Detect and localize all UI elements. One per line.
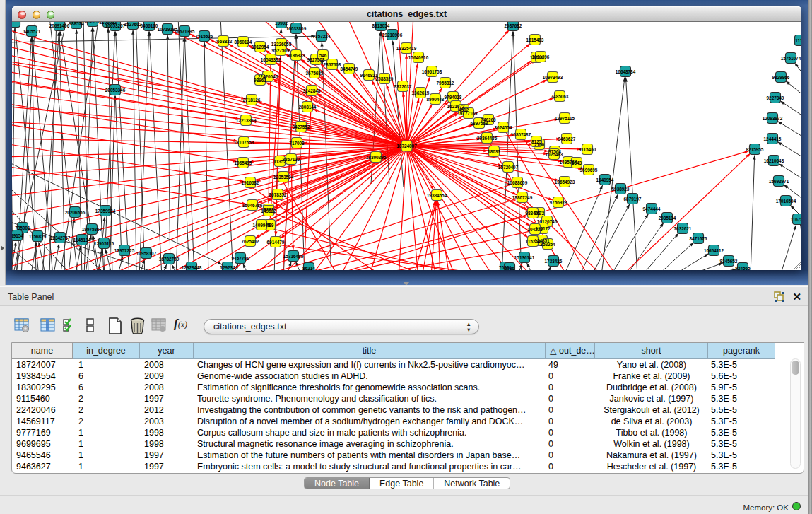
svg-text:10958107: 10958107 xyxy=(136,251,157,256)
svg-text:735001: 735001 xyxy=(15,226,30,230)
svg-text:12353594: 12353594 xyxy=(273,175,294,180)
svg-text:16961758: 16961758 xyxy=(422,69,442,74)
svg-text:20691406: 20691406 xyxy=(49,23,70,28)
svg-text:8678352: 8678352 xyxy=(269,192,287,197)
svg-text:8215955: 8215955 xyxy=(746,147,764,152)
svg-text:16671385: 16671385 xyxy=(175,29,195,34)
svg-text:6466160: 6466160 xyxy=(141,23,158,28)
svg-text:15692971: 15692971 xyxy=(769,179,789,184)
svg-text:717008: 717008 xyxy=(289,141,305,146)
svg-text:988574: 988574 xyxy=(69,22,84,26)
svg-text:6897568: 6897568 xyxy=(471,121,488,126)
svg-text:19218906: 19218906 xyxy=(382,33,403,37)
svg-text:12905115: 12905115 xyxy=(94,241,114,246)
svg-text:16120746: 16120746 xyxy=(537,219,558,224)
svg-text:1362615: 1362615 xyxy=(412,90,430,95)
svg-text:1733426: 1733426 xyxy=(545,259,563,264)
svg-text:2867608: 2867608 xyxy=(324,62,341,67)
svg-text:9227349: 9227349 xyxy=(767,95,784,100)
svg-text:15716485: 15716485 xyxy=(283,254,304,259)
svg-text:8471676: 8471676 xyxy=(690,236,707,241)
svg-text:11352: 11352 xyxy=(273,159,286,164)
svg-text:2935114: 2935114 xyxy=(659,216,676,221)
svg-text:1025483: 1025483 xyxy=(546,152,563,157)
svg-text:9329966: 9329966 xyxy=(772,75,790,80)
svg-text:8912954: 8912954 xyxy=(252,45,269,49)
svg-text:9527509: 9527509 xyxy=(272,48,290,53)
svg-text:20053346: 20053346 xyxy=(105,88,126,93)
svg-text:115254: 115254 xyxy=(526,239,541,244)
svg-text:9115460: 9115460 xyxy=(579,147,596,152)
svg-text:98961: 98961 xyxy=(254,78,266,83)
svg-text:9474444: 9474444 xyxy=(643,206,661,211)
svg-text:988403: 988403 xyxy=(525,211,541,216)
svg-text:1527602: 1527602 xyxy=(124,22,142,27)
svg-text:18724007: 18724007 xyxy=(396,144,417,148)
svg-text:16046786: 16046786 xyxy=(242,203,263,208)
svg-text:13325419: 13325419 xyxy=(396,46,417,51)
svg-text:104233: 104233 xyxy=(527,227,543,232)
svg-text:1916682: 1916682 xyxy=(242,180,259,185)
svg-text:20364436: 20364436 xyxy=(477,136,498,141)
svg-text:9463627: 9463627 xyxy=(558,136,576,141)
svg-text:19654923: 19654923 xyxy=(555,180,575,185)
svg-text:12342757: 12342757 xyxy=(50,235,71,240)
svg-text:15640910: 15640910 xyxy=(408,55,429,60)
svg-text:2588520: 2588520 xyxy=(376,76,394,81)
svg-text:546: 546 xyxy=(319,53,327,58)
svg-text:39154: 39154 xyxy=(12,233,23,238)
svg-text:3242848: 3242848 xyxy=(303,88,321,93)
svg-text:8125: 8125 xyxy=(531,139,542,144)
svg-text:6879197: 6879197 xyxy=(624,197,642,201)
svg-text:18033: 18033 xyxy=(488,149,500,154)
svg-text:17359924: 17359924 xyxy=(95,209,116,214)
svg-text:2087682: 2087682 xyxy=(505,23,522,28)
svg-text:8454749: 8454749 xyxy=(341,66,358,71)
svg-text:3675685: 3675685 xyxy=(306,71,324,76)
svg-text:7625402: 7625402 xyxy=(242,239,259,244)
svg-text:7485063: 7485063 xyxy=(551,94,569,99)
svg-text:7632621: 7632621 xyxy=(674,226,692,231)
svg-text:8186323: 8186323 xyxy=(288,53,305,58)
svg-text:15720407: 15720407 xyxy=(498,165,519,170)
svg-text:9794028: 9794028 xyxy=(445,95,462,100)
svg-text:9699695: 9699695 xyxy=(580,168,598,173)
svg-text:7663822: 7663822 xyxy=(215,39,233,44)
svg-text:12093872: 12093872 xyxy=(763,116,783,121)
svg-text:10688609: 10688609 xyxy=(507,180,528,185)
svg-text:7515526: 7515526 xyxy=(196,34,213,39)
svg-text:1409948: 1409948 xyxy=(253,223,271,228)
svg-text:9245652: 9245652 xyxy=(720,259,738,264)
svg-text:12923448: 12923448 xyxy=(182,265,202,270)
svg-text:2086: 2086 xyxy=(505,266,515,271)
svg-text:19384554: 19384554 xyxy=(427,193,447,198)
svg-text:19975867: 19975867 xyxy=(82,227,102,232)
svg-text:3624554: 3624554 xyxy=(495,125,512,130)
svg-text:19902: 19902 xyxy=(275,22,288,25)
svg-text:7357224: 7357224 xyxy=(313,34,331,39)
svg-text:15751074: 15751074 xyxy=(781,56,801,61)
svg-text:13226058: 13226058 xyxy=(271,42,292,47)
svg-text:7955812: 7955812 xyxy=(437,81,454,86)
svg-text:2803144: 2803144 xyxy=(299,105,317,110)
svg-text:12975115: 12975115 xyxy=(555,116,575,121)
svg-text:1221396: 1221396 xyxy=(532,54,550,59)
svg-text:16648784: 16648784 xyxy=(616,69,636,74)
svg-text:16782759: 16782759 xyxy=(159,257,180,262)
svg-text:20206556: 20206556 xyxy=(65,210,86,215)
svg-text:16210643: 16210643 xyxy=(764,158,784,163)
svg-text:10653267: 10653267 xyxy=(105,23,126,28)
svg-text:116753: 116753 xyxy=(791,217,801,222)
svg-text:12213369: 12213369 xyxy=(236,118,257,123)
svg-text:924565: 924565 xyxy=(735,266,751,271)
svg-text:15136141: 15136141 xyxy=(514,255,535,260)
svg-text:6643: 6643 xyxy=(572,160,582,165)
svg-text:86214: 86214 xyxy=(302,266,315,271)
svg-text:6914479: 6914479 xyxy=(267,240,285,245)
svg-text:129234: 129234 xyxy=(220,265,235,270)
svg-text:5938923: 5938923 xyxy=(612,187,630,192)
svg-text:252254: 252254 xyxy=(540,242,555,247)
svg-text:9777169: 9777169 xyxy=(460,111,478,116)
svg-text:10973493: 10973493 xyxy=(543,75,563,80)
svg-text:1405571: 1405571 xyxy=(23,29,41,34)
